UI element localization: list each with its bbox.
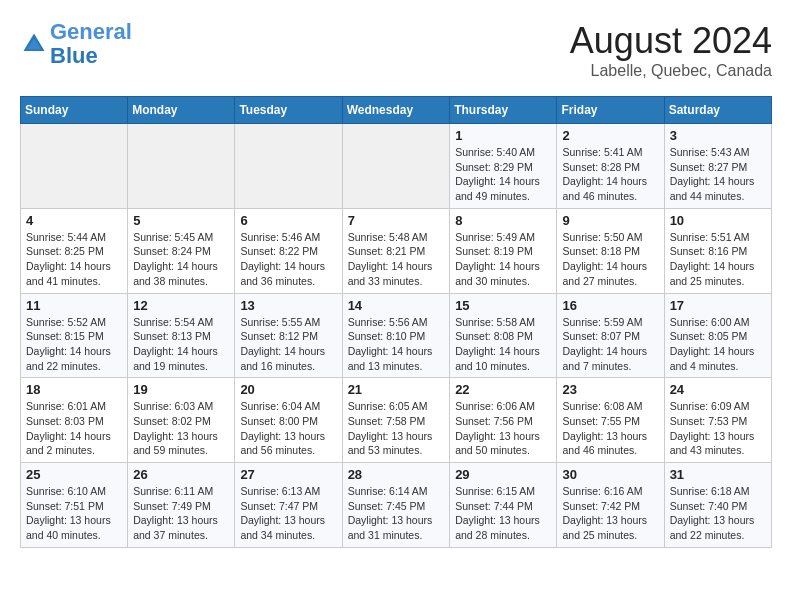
calendar-cell: 15Sunrise: 5:58 AM Sunset: 8:08 PM Dayli… [450, 293, 557, 378]
calendar-cell: 26Sunrise: 6:11 AM Sunset: 7:49 PM Dayli… [128, 463, 235, 548]
week-row-5: 25Sunrise: 6:10 AM Sunset: 7:51 PM Dayli… [21, 463, 772, 548]
calendar-cell: 21Sunrise: 6:05 AM Sunset: 7:58 PM Dayli… [342, 378, 450, 463]
day-number: 7 [348, 213, 445, 228]
calendar-subtitle: Labelle, Quebec, Canada [570, 62, 772, 80]
day-number: 17 [670, 298, 766, 313]
day-info: Sunrise: 5:59 AM Sunset: 8:07 PM Dayligh… [562, 315, 658, 374]
day-info: Sunrise: 5:40 AM Sunset: 8:29 PM Dayligh… [455, 145, 551, 204]
calendar-cell: 17Sunrise: 6:00 AM Sunset: 8:05 PM Dayli… [664, 293, 771, 378]
day-header-wednesday: Wednesday [342, 97, 450, 124]
day-number: 23 [562, 382, 658, 397]
calendar-cell [21, 124, 128, 209]
calendar-cell [128, 124, 235, 209]
day-info: Sunrise: 6:18 AM Sunset: 7:40 PM Dayligh… [670, 484, 766, 543]
week-row-1: 1Sunrise: 5:40 AM Sunset: 8:29 PM Daylig… [21, 124, 772, 209]
title-block: August 2024 Labelle, Quebec, Canada [570, 20, 772, 80]
day-info: Sunrise: 6:06 AM Sunset: 7:56 PM Dayligh… [455, 399, 551, 458]
day-info: Sunrise: 6:11 AM Sunset: 7:49 PM Dayligh… [133, 484, 229, 543]
day-number: 28 [348, 467, 445, 482]
day-header-tuesday: Tuesday [235, 97, 342, 124]
day-info: Sunrise: 6:00 AM Sunset: 8:05 PM Dayligh… [670, 315, 766, 374]
days-of-week-row: SundayMondayTuesdayWednesdayThursdayFrid… [21, 97, 772, 124]
day-number: 12 [133, 298, 229, 313]
day-number: 15 [455, 298, 551, 313]
calendar-cell: 22Sunrise: 6:06 AM Sunset: 7:56 PM Dayli… [450, 378, 557, 463]
day-info: Sunrise: 5:44 AM Sunset: 8:25 PM Dayligh… [26, 230, 122, 289]
page-header: General Blue August 2024 Labelle, Quebec… [20, 20, 772, 80]
day-number: 8 [455, 213, 551, 228]
day-number: 18 [26, 382, 122, 397]
day-number: 11 [26, 298, 122, 313]
day-number: 1 [455, 128, 551, 143]
day-info: Sunrise: 6:08 AM Sunset: 7:55 PM Dayligh… [562, 399, 658, 458]
day-number: 9 [562, 213, 658, 228]
calendar-cell: 29Sunrise: 6:15 AM Sunset: 7:44 PM Dayli… [450, 463, 557, 548]
day-info: Sunrise: 6:09 AM Sunset: 7:53 PM Dayligh… [670, 399, 766, 458]
day-number: 2 [562, 128, 658, 143]
calendar-cell: 19Sunrise: 6:03 AM Sunset: 8:02 PM Dayli… [128, 378, 235, 463]
day-number: 20 [240, 382, 336, 397]
day-info: Sunrise: 6:05 AM Sunset: 7:58 PM Dayligh… [348, 399, 445, 458]
day-info: Sunrise: 5:48 AM Sunset: 8:21 PM Dayligh… [348, 230, 445, 289]
day-info: Sunrise: 5:51 AM Sunset: 8:16 PM Dayligh… [670, 230, 766, 289]
calendar-cell: 13Sunrise: 5:55 AM Sunset: 8:12 PM Dayli… [235, 293, 342, 378]
day-number: 6 [240, 213, 336, 228]
day-number: 22 [455, 382, 551, 397]
day-info: Sunrise: 6:01 AM Sunset: 8:03 PM Dayligh… [26, 399, 122, 458]
day-info: Sunrise: 5:54 AM Sunset: 8:13 PM Dayligh… [133, 315, 229, 374]
day-info: Sunrise: 5:43 AM Sunset: 8:27 PM Dayligh… [670, 145, 766, 204]
day-info: Sunrise: 5:45 AM Sunset: 8:24 PM Dayligh… [133, 230, 229, 289]
calendar-cell: 25Sunrise: 6:10 AM Sunset: 7:51 PM Dayli… [21, 463, 128, 548]
logo-line1: General [50, 19, 132, 44]
calendar-cell: 11Sunrise: 5:52 AM Sunset: 8:15 PM Dayli… [21, 293, 128, 378]
day-number: 10 [670, 213, 766, 228]
calendar-cell: 8Sunrise: 5:49 AM Sunset: 8:19 PM Daylig… [450, 208, 557, 293]
day-number: 29 [455, 467, 551, 482]
day-number: 31 [670, 467, 766, 482]
calendar-body: 1Sunrise: 5:40 AM Sunset: 8:29 PM Daylig… [21, 124, 772, 548]
day-info: Sunrise: 6:10 AM Sunset: 7:51 PM Dayligh… [26, 484, 122, 543]
day-number: 24 [670, 382, 766, 397]
calendar-cell: 14Sunrise: 5:56 AM Sunset: 8:10 PM Dayli… [342, 293, 450, 378]
calendar-cell: 2Sunrise: 5:41 AM Sunset: 8:28 PM Daylig… [557, 124, 664, 209]
day-number: 27 [240, 467, 336, 482]
day-info: Sunrise: 6:16 AM Sunset: 7:42 PM Dayligh… [562, 484, 658, 543]
calendar-cell: 18Sunrise: 6:01 AM Sunset: 8:03 PM Dayli… [21, 378, 128, 463]
day-info: Sunrise: 6:14 AM Sunset: 7:45 PM Dayligh… [348, 484, 445, 543]
day-number: 16 [562, 298, 658, 313]
day-info: Sunrise: 5:58 AM Sunset: 8:08 PM Dayligh… [455, 315, 551, 374]
day-number: 5 [133, 213, 229, 228]
calendar-cell: 10Sunrise: 5:51 AM Sunset: 8:16 PM Dayli… [664, 208, 771, 293]
logo-line2: Blue [50, 43, 98, 68]
calendar-cell [342, 124, 450, 209]
calendar-cell: 16Sunrise: 5:59 AM Sunset: 8:07 PM Dayli… [557, 293, 664, 378]
day-info: Sunrise: 6:13 AM Sunset: 7:47 PM Dayligh… [240, 484, 336, 543]
day-header-saturday: Saturday [664, 97, 771, 124]
day-header-thursday: Thursday [450, 97, 557, 124]
calendar-cell: 9Sunrise: 5:50 AM Sunset: 8:18 PM Daylig… [557, 208, 664, 293]
day-number: 14 [348, 298, 445, 313]
calendar-cell: 28Sunrise: 6:14 AM Sunset: 7:45 PM Dayli… [342, 463, 450, 548]
day-number: 13 [240, 298, 336, 313]
day-info: Sunrise: 5:50 AM Sunset: 8:18 PM Dayligh… [562, 230, 658, 289]
calendar-header: SundayMondayTuesdayWednesdayThursdayFrid… [21, 97, 772, 124]
week-row-2: 4Sunrise: 5:44 AM Sunset: 8:25 PM Daylig… [21, 208, 772, 293]
day-number: 26 [133, 467, 229, 482]
day-info: Sunrise: 5:56 AM Sunset: 8:10 PM Dayligh… [348, 315, 445, 374]
calendar-cell: 30Sunrise: 6:16 AM Sunset: 7:42 PM Dayli… [557, 463, 664, 548]
day-info: Sunrise: 6:03 AM Sunset: 8:02 PM Dayligh… [133, 399, 229, 458]
day-info: Sunrise: 5:52 AM Sunset: 8:15 PM Dayligh… [26, 315, 122, 374]
calendar-cell: 20Sunrise: 6:04 AM Sunset: 8:00 PM Dayli… [235, 378, 342, 463]
day-header-monday: Monday [128, 97, 235, 124]
calendar-cell: 1Sunrise: 5:40 AM Sunset: 8:29 PM Daylig… [450, 124, 557, 209]
calendar-cell: 4Sunrise: 5:44 AM Sunset: 8:25 PM Daylig… [21, 208, 128, 293]
day-number: 4 [26, 213, 122, 228]
day-info: Sunrise: 5:46 AM Sunset: 8:22 PM Dayligh… [240, 230, 336, 289]
calendar-cell: 6Sunrise: 5:46 AM Sunset: 8:22 PM Daylig… [235, 208, 342, 293]
calendar-cell: 27Sunrise: 6:13 AM Sunset: 7:47 PM Dayli… [235, 463, 342, 548]
calendar-table: SundayMondayTuesdayWednesdayThursdayFrid… [20, 96, 772, 548]
day-info: Sunrise: 6:04 AM Sunset: 8:00 PM Dayligh… [240, 399, 336, 458]
logo: General Blue [20, 20, 132, 68]
calendar-cell: 7Sunrise: 5:48 AM Sunset: 8:21 PM Daylig… [342, 208, 450, 293]
day-number: 3 [670, 128, 766, 143]
